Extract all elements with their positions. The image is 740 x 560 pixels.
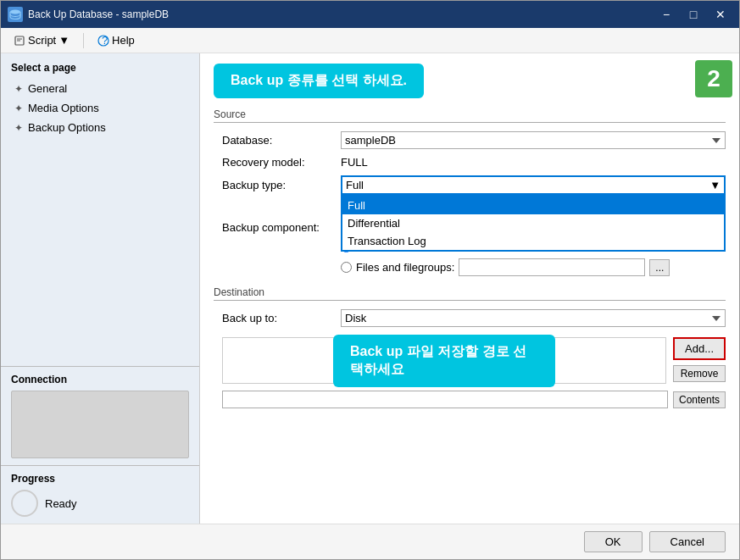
script-label: Script [28,34,56,47]
database-select[interactable]: sampleDB [341,131,726,149]
recovery-model-label: Recovery model: [222,156,341,169]
contents-row: Contents [214,391,726,408]
progress-title: Progress [11,473,189,485]
backup-type-control: Full ▼ Full Differential Transaction Log [341,175,726,195]
recovery-model-row: Recovery model: FULL [214,156,726,169]
main-panel: 2 Back up 종류를 선택 하세요. Source Database: s… [200,53,739,524]
sidebar-connection: Connection [1,366,199,465]
general-icon: ✦ [14,83,23,95]
help-icon: ? [97,35,109,47]
destination-section: Destination Back up to: Disk URL [214,286,726,408]
help-label: Help [112,34,135,47]
sidebar-item-media-options[interactable]: ✦ Media Options [1,98,199,118]
toolbar: Script ▼ ? Help [1,28,739,53]
sidebar-item-media-label: Media Options [28,102,99,114]
tooltip-2-wrapper: Back up 파일 저장할 경로 선택하세요 [333,335,555,387]
dest-buttons: Add... Remove [673,334,726,387]
database-select-wrapper: sampleDB [341,131,726,149]
script-dropdown-icon: ▼ [58,34,70,47]
minimize-button[interactable]: − [654,5,678,24]
backup-type-row: Backup type: Full ▼ Full Differential Tr… [214,175,726,195]
dropdown-arrow-icon: ▼ [709,179,721,191]
backup-to-row: Back up to: Disk URL [214,309,726,327]
recovery-model-value: FULL [341,156,368,169]
media-options-icon: ✦ [14,103,23,114]
progress-status: Ready [45,497,77,510]
content-area: Select a page ✦ General ✦ Media Options … [1,53,739,524]
help-button[interactable]: ? Help [92,31,141,49]
main-window: Back Up Database - sampleDB − □ ✕ Script… [0,0,740,560]
backup-type-selected[interactable]: Full ▼ [341,175,726,195]
destination-section-header: Destination [214,286,726,301]
tooltip-2: Back up 파일 저장할 경로 선택하세요 [333,335,555,387]
destination-area-row: Back up 파일 저장할 경로 선택하세요 Add... Remove [214,334,726,387]
database-control: sampleDB [341,131,726,149]
app-icon [8,7,23,22]
progress-area: Ready [11,490,189,517]
files-radio[interactable] [341,262,352,273]
files-radio-row: Files and filegroups: ... [214,258,726,276]
add-button[interactable]: Add... [673,337,726,360]
script-button[interactable]: Script ▼ [8,31,75,49]
backup-type-selected-value: Full [346,179,364,191]
path-input[interactable] [222,391,668,408]
sidebar-progress: Progress Ready [1,465,199,524]
title-bar: Back Up Database - sampleDB − □ ✕ [1,1,739,28]
backup-type-option-full[interactable]: Full [342,197,724,214]
connection-box [11,391,189,458]
backup-to-label: Back up to: [222,312,341,324]
close-button[interactable]: ✕ [709,5,732,24]
backup-type-label: Backup type: [222,179,341,191]
files-input[interactable] [459,258,645,276]
tooltip-1: Back up 종류를 선택 하세요. [214,64,424,98]
footer: OK Cancel [1,524,739,559]
sidebar: Select a page ✦ General ✦ Media Options … [1,53,200,524]
source-section: Source Database: sampleDB Recovery mode [214,108,726,276]
backup-to-control: Disk URL [341,309,726,327]
recovery-model-control: FULL [341,156,726,169]
backup-type-option-transaction-log[interactable]: Transaction Log [342,232,724,250]
sidebar-item-backup-label: Backup Options [28,121,106,134]
sidebar-item-general-label: General [28,82,67,95]
script-icon [14,35,25,47]
svg-point-0 [10,10,20,14]
database-row: Database: sampleDB [214,131,726,149]
svg-text:?: ? [102,35,108,47]
destination-area-wrapper: Back up 파일 저장할 경로 선택하세요 [222,334,666,387]
step-badge: 2 [695,60,732,97]
cancel-button[interactable]: Cancel [649,531,726,552]
maximize-button[interactable]: □ [682,5,705,24]
sidebar-items: ✦ General ✦ Media Options ✦ Backup Optio… [1,79,199,366]
window-title: Back Up Database - sampleDB [28,8,654,20]
files-radio-label: Files and filegroups: [356,261,454,274]
window-controls: − □ ✕ [654,5,732,24]
sidebar-section-title: Select a page [1,53,199,79]
backup-to-select-wrapper: Disk URL [341,309,726,327]
backup-component-label: Backup component: [222,221,341,234]
backup-type-option-differential[interactable]: Differential [342,214,724,232]
backup-to-select[interactable]: Disk URL [341,309,726,327]
backup-type-dropdown[interactable]: Full ▼ Full Differential Transaction Log [341,175,726,195]
sidebar-item-general[interactable]: ✦ General [1,79,199,98]
destination-file-area: Back up 파일 저장할 경로 선택하세요 [222,337,666,384]
ok-button[interactable]: OK [584,531,643,552]
database-label: Database: [222,134,341,147]
remove-button[interactable]: Remove [673,365,726,382]
toolbar-separator [83,33,84,48]
contents-button[interactable]: Contents [673,391,726,408]
sidebar-item-backup-options[interactable]: ✦ Backup Options [1,118,199,137]
backup-options-icon: ✦ [14,122,23,134]
progress-spinner [11,490,38,517]
source-section-header: Source [214,108,726,123]
backup-type-list: Full Differential Transaction Log [341,195,726,252]
files-browse-button[interactable]: ... [649,259,670,276]
connection-title: Connection [11,374,189,385]
